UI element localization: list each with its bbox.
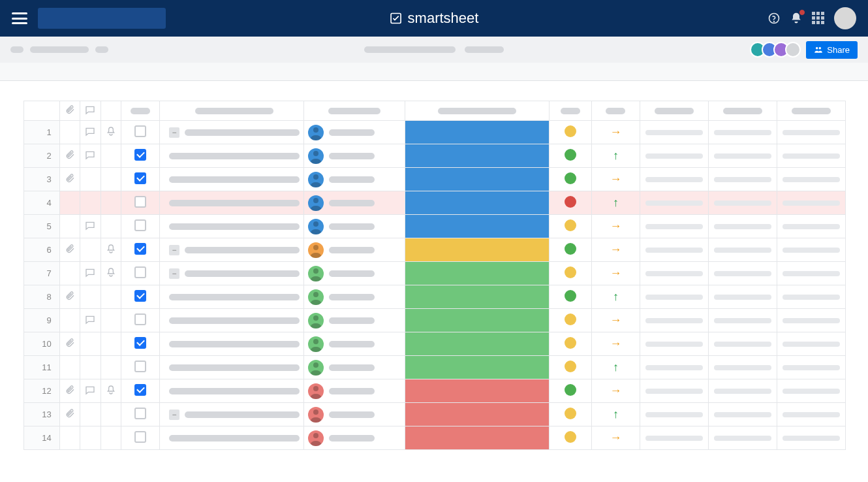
attachment-cell[interactable]: [59, 379, 80, 403]
table-row[interactable]: 13−↑: [24, 403, 846, 426]
table-row[interactable]: 12→: [24, 379, 846, 403]
status-cell[interactable]: [405, 215, 550, 238]
comment-cell[interactable]: [80, 121, 101, 144]
attachment-cell[interactable]: [59, 403, 80, 426]
health-cell[interactable]: [549, 285, 591, 309]
generic-column-header[interactable]: [640, 101, 708, 121]
expand-toggle[interactable]: −: [169, 268, 179, 279]
data-cell[interactable]: [708, 356, 777, 379]
assigned-cell[interactable]: [303, 332, 405, 356]
status-cell[interactable]: [405, 262, 550, 285]
table-row[interactable]: 9→: [24, 309, 846, 332]
health-cell[interactable]: [549, 168, 591, 191]
reminder-cell[interactable]: [101, 191, 121, 215]
reminder-cell[interactable]: [101, 426, 121, 450]
data-cell[interactable]: [708, 121, 777, 144]
assigned-cell[interactable]: [303, 262, 405, 285]
data-cell[interactable]: [708, 403, 777, 426]
health-cell[interactable]: [549, 215, 591, 238]
health-cell[interactable]: [549, 332, 591, 356]
attachment-cell[interactable]: [59, 191, 80, 215]
row-checkbox[interactable]: [134, 313, 146, 325]
table-row[interactable]: 10→: [24, 332, 846, 356]
comment-cell[interactable]: [80, 426, 101, 450]
health-cell[interactable]: [549, 309, 591, 332]
status-cell[interactable]: [405, 238, 550, 262]
trend-cell[interactable]: →: [592, 121, 640, 144]
data-cell[interactable]: [777, 191, 845, 215]
row-checkbox[interactable]: [134, 196, 146, 208]
comment-cell[interactable]: [80, 262, 101, 285]
data-cell[interactable]: [640, 238, 708, 262]
checkbox-cell[interactable]: [121, 215, 160, 238]
status-cell[interactable]: [405, 191, 550, 215]
data-cell[interactable]: [640, 121, 708, 144]
row-number[interactable]: 5: [24, 215, 60, 238]
data-cell[interactable]: [640, 403, 708, 426]
table-row[interactable]: 6−→: [24, 238, 846, 262]
data-cell[interactable]: [640, 426, 708, 450]
task-cell[interactable]: [160, 285, 304, 309]
expand-toggle[interactable]: −: [169, 245, 179, 255]
trend-cell[interactable]: →: [592, 426, 640, 450]
data-cell[interactable]: [777, 144, 845, 168]
attachment-cell[interactable]: [59, 285, 80, 309]
status-cell[interactable]: [405, 426, 550, 450]
health-cell[interactable]: [549, 191, 591, 215]
reminder-cell[interactable]: [101, 379, 121, 403]
task-cell[interactable]: [160, 215, 304, 238]
table-row[interactable]: 1−→: [24, 121, 846, 144]
row-number[interactable]: 14: [24, 426, 60, 450]
checkbox-cell[interactable]: [121, 262, 160, 285]
trend-cell[interactable]: →: [592, 215, 640, 238]
task-cell[interactable]: −: [160, 121, 304, 144]
assigned-cell[interactable]: [303, 144, 405, 168]
data-cell[interactable]: [640, 168, 708, 191]
task-cell[interactable]: −: [160, 238, 304, 262]
health-cell[interactable]: [549, 356, 591, 379]
row-number[interactable]: 3: [24, 168, 60, 191]
row-checkbox[interactable]: [134, 408, 146, 419]
checkbox-cell[interactable]: [121, 285, 160, 309]
trend-cell[interactable]: →: [592, 168, 640, 191]
trend-column-header[interactable]: [592, 101, 640, 121]
health-cell[interactable]: [549, 144, 591, 168]
checkbox-cell[interactable]: [121, 332, 160, 356]
row-checkbox[interactable]: [134, 125, 146, 137]
comment-cell[interactable]: [80, 379, 101, 403]
row-number[interactable]: 9: [24, 309, 60, 332]
data-cell[interactable]: [640, 191, 708, 215]
data-cell[interactable]: [777, 426, 845, 450]
task-cell[interactable]: [160, 191, 304, 215]
trend-cell[interactable]: →: [592, 309, 640, 332]
comment-cell[interactable]: [80, 215, 101, 238]
data-cell[interactable]: [777, 121, 845, 144]
menu-button[interactable]: [12, 12, 27, 24]
health-cell[interactable]: [549, 262, 591, 285]
notifications-button[interactable]: [790, 12, 803, 25]
assigned-cell[interactable]: [303, 309, 405, 332]
table-row[interactable]: 5→: [24, 215, 846, 238]
row-number[interactable]: 13: [24, 403, 60, 426]
data-cell[interactable]: [708, 379, 777, 403]
reminder-cell[interactable]: [101, 121, 121, 144]
attachment-cell[interactable]: [59, 356, 80, 379]
data-cell[interactable]: [640, 356, 708, 379]
assigned-cell[interactable]: [303, 191, 405, 215]
assigned-cell[interactable]: [303, 285, 405, 309]
row-number[interactable]: 2: [24, 144, 60, 168]
data-cell[interactable]: [777, 262, 845, 285]
reminder-cell[interactable]: [101, 403, 121, 426]
checkbox-cell[interactable]: [121, 309, 160, 332]
reminder-cell[interactable]: [101, 262, 121, 285]
status-cell[interactable]: [405, 168, 550, 191]
row-number[interactable]: 6: [24, 238, 60, 262]
assigned-column-header[interactable]: [303, 101, 405, 121]
reminder-cell[interactable]: [101, 285, 121, 309]
attachment-cell[interactable]: [59, 309, 80, 332]
task-column-header[interactable]: [160, 101, 304, 121]
task-cell[interactable]: −: [160, 262, 304, 285]
task-cell[interactable]: −: [160, 403, 304, 426]
checkbox-cell[interactable]: [121, 238, 160, 262]
trend-cell[interactable]: ↑: [592, 191, 640, 215]
